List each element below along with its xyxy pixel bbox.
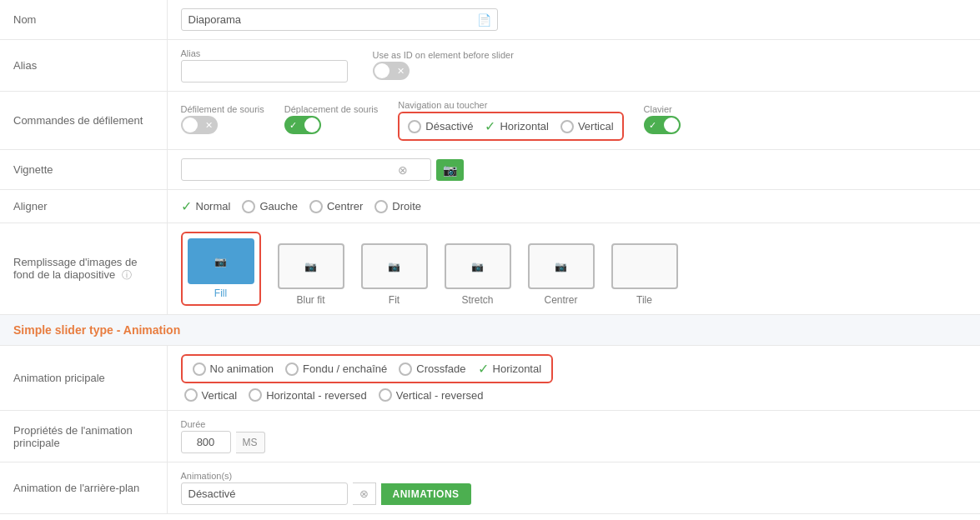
fill-box-tile[interactable] bbox=[611, 243, 678, 289]
aligner-normal-option[interactable]: ✓ Normal bbox=[181, 198, 231, 214]
fill-box-stretch[interactable]: 📷 bbox=[445, 243, 511, 289]
settings-form: Nom 📄 Alias Alias Use as ID on element b… bbox=[0, 0, 980, 315]
duree-wrap: MS bbox=[181, 431, 967, 453]
animation-form: Animation pricipale No animation Fondu /… bbox=[0, 346, 980, 514]
aligner-cell: ✓ Normal Gauche Centrer Droite bbox=[167, 190, 980, 223]
touch-nav-label: Navigation au toucher bbox=[398, 100, 623, 110]
fill-option-blurfit[interactable]: 📷 Blur fit bbox=[278, 243, 344, 306]
anim-vertical-reversed-radio[interactable] bbox=[379, 388, 392, 402]
anim-no-animation-radio[interactable] bbox=[193, 362, 206, 376]
centrer-label: Centrer bbox=[544, 294, 577, 306]
fill-box-fit[interactable]: 📷 bbox=[361, 243, 428, 289]
nom-input[interactable] bbox=[181, 8, 498, 31]
touch-nav-group: Navigation au toucher Désactivé ✓ Horizo… bbox=[398, 100, 623, 141]
anim-horizontal-reversed-label: Horizontal - reversed bbox=[266, 389, 367, 402]
remplissage-label: Remplissage d'images de fond de la diapo… bbox=[13, 256, 137, 281]
proprietes-cell: Durée MS bbox=[167, 411, 980, 462]
anim-select-group: ⊗ ANIMATIONS bbox=[181, 482, 967, 505]
aligner-centrer-radio[interactable] bbox=[309, 200, 323, 213]
anim-vertical[interactable]: Vertical bbox=[184, 388, 238, 402]
touch-vertical-radio[interactable] bbox=[560, 120, 574, 133]
fill-box-centrer[interactable]: 📷 bbox=[528, 243, 595, 289]
fill-box-blurfit[interactable]: 📷 bbox=[278, 243, 344, 289]
anim-vertical-reversed[interactable]: Vertical - reversed bbox=[379, 388, 484, 402]
document-icon: 📄 bbox=[477, 13, 491, 27]
commandes-cell: Défilement de souris ✕ Déplacement de so… bbox=[167, 92, 980, 150]
fill-option-fit[interactable]: 📷 Fit bbox=[361, 243, 428, 306]
anim-fondu-radio[interactable] bbox=[285, 362, 299, 376]
touch-desactive-label: Désactivé bbox=[425, 120, 473, 132]
anim-clear-icon[interactable]: ⊗ bbox=[353, 482, 376, 505]
aligner-options: ✓ Normal Gauche Centrer Droite bbox=[181, 198, 967, 214]
section-dash: - bbox=[117, 323, 123, 337]
clavier-label: Clavier bbox=[644, 104, 681, 114]
deplacement-toggle[interactable]: ✓ bbox=[284, 116, 321, 134]
duree-input[interactable] bbox=[181, 431, 231, 453]
remplissage-info-icon: ⓘ bbox=[122, 269, 132, 281]
anim-fondu[interactable]: Fondu / enchaîné bbox=[285, 362, 387, 376]
duree-ms-label: MS bbox=[236, 432, 265, 453]
arriere-plan-label: Animation de l'arrière-plan bbox=[0, 462, 167, 514]
fill-option-centrer[interactable]: 📷 Centrer bbox=[528, 243, 595, 306]
alias-row-label: Alias bbox=[0, 40, 167, 92]
aligner-droite-option[interactable]: Droite bbox=[374, 200, 421, 213]
proprietes-row: Propriétés de l'animation principale Dur… bbox=[0, 411, 980, 462]
clavier-toggle[interactable]: ✓ bbox=[644, 116, 681, 134]
anim-crossfade-radio[interactable] bbox=[399, 362, 412, 376]
nom-cell: 📄 bbox=[167, 0, 980, 40]
use-as-id-label: Use as ID on element before slider bbox=[373, 50, 514, 60]
vignette-row: Vignette ⊗ 📷 bbox=[0, 150, 980, 190]
touch-horizontal-check: ✓ bbox=[485, 118, 495, 134]
animations-button[interactable]: ANIMATIONS bbox=[381, 483, 471, 505]
aligner-gauche-option[interactable]: Gauche bbox=[242, 200, 298, 213]
aligner-centrer-option[interactable]: Centrer bbox=[309, 200, 363, 213]
vignette-image-btn[interactable]: 📷 bbox=[436, 159, 464, 181]
fill-option-stretch[interactable]: 📷 Stretch bbox=[445, 243, 511, 306]
anim-no-animation-label: No animation bbox=[210, 362, 274, 375]
vignette-field-wrap: ⊗ bbox=[181, 158, 431, 181]
fill-box-fill[interactable]: 📷 bbox=[188, 238, 254, 284]
touch-desactive-radio[interactable] bbox=[408, 120, 421, 133]
aligner-gauche-radio[interactable] bbox=[242, 200, 255, 213]
animations-label: Animation(s) bbox=[181, 471, 967, 481]
commandes-label: Commandes de défilement bbox=[0, 92, 167, 150]
vignette-input-group: ⊗ 📷 bbox=[181, 158, 967, 181]
anim-vertical-radio[interactable] bbox=[184, 388, 198, 402]
use-as-id-group: Use as ID on element before slider ✕ bbox=[373, 50, 514, 82]
animation-options-2: Vertical Horizontal - reversed Vertical … bbox=[181, 388, 967, 402]
stretch-label: Stretch bbox=[461, 294, 493, 306]
vignette-input[interactable] bbox=[181, 158, 431, 181]
touch-desactive-option[interactable]: Désactivé bbox=[408, 120, 473, 133]
anim-no-animation[interactable]: No animation bbox=[193, 362, 274, 376]
anim-horizontal-reversed[interactable]: Horizontal - reversed bbox=[249, 388, 367, 402]
commandes-row: Commandes de défilement Défilement de so… bbox=[0, 92, 980, 150]
vignette-clear-icon[interactable]: ⊗ bbox=[398, 163, 408, 177]
anim-select-input[interactable] bbox=[181, 482, 348, 505]
section-animation-header: Simple slider type - Animation bbox=[0, 315, 980, 346]
anim-crossfade[interactable]: Crossfade bbox=[399, 362, 465, 376]
fit-icon: 📷 bbox=[388, 261, 400, 272]
deplacement-group: Déplacement de souris ✓ bbox=[284, 104, 379, 137]
defilement-group: Défilement de souris ✕ bbox=[181, 104, 264, 137]
animation-label: Animation pricipale bbox=[0, 346, 167, 411]
remplissage-label-cell: Remplissage d'images de fond de la diapo… bbox=[0, 223, 167, 315]
vignette-label: Vignette bbox=[0, 150, 167, 190]
anim-horizontal-reversed-radio[interactable] bbox=[249, 388, 262, 402]
fill-option-tile[interactable]: Tile bbox=[611, 243, 678, 306]
blurfit-label: Blur fit bbox=[296, 294, 324, 306]
section-animation-label: Simple slider type bbox=[13, 323, 113, 337]
nom-label: Nom bbox=[0, 0, 167, 40]
anim-horizontal-check: ✓ bbox=[478, 361, 489, 377]
clavier-group: Clavier ✓ bbox=[644, 104, 681, 137]
animation-row: Animation pricipale No animation Fondu /… bbox=[0, 346, 980, 411]
anim-horizontal[interactable]: ✓ Horizontal bbox=[478, 361, 542, 377]
defilement-toggle[interactable]: ✕ bbox=[181, 116, 218, 134]
touch-horizontal-option[interactable]: ✓ Horizontal bbox=[485, 118, 549, 134]
touch-vertical-option[interactable]: Vertical bbox=[560, 120, 614, 133]
fill-selected-wrap[interactable]: 📷 Fill bbox=[181, 232, 261, 306]
anim-crossfade-label: Crossfade bbox=[416, 362, 465, 375]
alias-field-group: Alias bbox=[181, 48, 348, 82]
alias-input[interactable] bbox=[181, 60, 348, 82]
use-as-id-toggle[interactable]: ✕ bbox=[373, 62, 410, 80]
aligner-droite-radio[interactable] bbox=[374, 200, 388, 213]
